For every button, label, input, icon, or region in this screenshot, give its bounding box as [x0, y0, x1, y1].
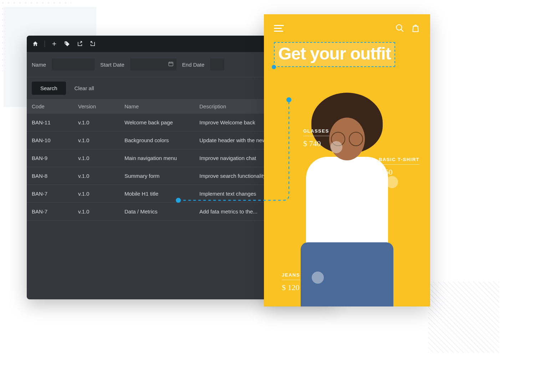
cell-name: Main navigation menu: [124, 155, 199, 161]
tag-price: $ 120: [282, 283, 300, 292]
model-illustration: [283, 93, 411, 306]
cell-version: v.1.0: [78, 191, 124, 197]
name-filter-label: Name: [32, 62, 46, 68]
search-icon[interactable]: [395, 24, 404, 33]
name-filter-input[interactable]: [52, 58, 95, 71]
tag-hotspot-icon: [386, 176, 398, 188]
mobile-headline: Get your outfit: [278, 45, 391, 63]
import-icon[interactable]: [76, 40, 83, 47]
cell-code: BAN-7: [32, 191, 78, 197]
cell-name: Welcome back page: [124, 119, 199, 125]
search-button[interactable]: Search: [32, 82, 66, 95]
decorative-diagonal-lines: [428, 282, 499, 353]
clear-all-button[interactable]: Clear all: [75, 85, 94, 91]
cell-code: BAN-11: [32, 119, 78, 125]
tag-label: BASIC T-SHIRT: [379, 157, 419, 165]
tag-label: JEANS: [282, 272, 300, 280]
tag-hotspot-icon: [330, 141, 342, 153]
toolbar-separator: [45, 41, 45, 47]
cell-name: Mobile H1 title: [124, 191, 199, 197]
end-date-label: End Date: [182, 62, 205, 68]
col-header-name: Name: [124, 103, 199, 109]
product-tag-jeans[interactable]: JEANS $ 120: [282, 272, 300, 292]
tag-price: $ 740: [303, 139, 329, 148]
start-date-input[interactable]: [130, 58, 177, 71]
start-date-label: Start Date: [100, 62, 124, 68]
svg-rect-0: [169, 62, 173, 66]
cell-code: BAN-10: [32, 137, 78, 143]
shopping-bag-icon[interactable]: [411, 24, 420, 33]
col-header-code: Code: [32, 103, 78, 109]
cell-version: v.1.0: [78, 155, 124, 161]
cell-name: Background colors: [124, 137, 199, 143]
selection-handle[interactable]: [272, 65, 276, 69]
cell-version: v.1.0: [78, 173, 124, 179]
svg-point-1: [396, 25, 402, 30]
product-tag-glasses[interactable]: GLASSES $ 740: [303, 128, 329, 148]
cell-code: BAN-7: [32, 208, 78, 215]
tag-price: $ 60: [379, 167, 419, 177]
mobile-header: [264, 14, 430, 36]
cell-version: v.1.0: [78, 208, 124, 215]
col-header-version: Version: [78, 103, 124, 109]
cell-name: Data / Metrics: [124, 208, 199, 215]
end-date-input[interactable]: [210, 58, 224, 71]
cell-code: BAN-8: [32, 173, 78, 179]
cell-version: v.1.0: [78, 137, 124, 143]
mobile-preview: Get your outfit GLASSES $ 740 BASIC T-SH…: [264, 14, 430, 306]
home-icon[interactable]: [32, 40, 39, 47]
tag-label: GLASSES: [303, 128, 329, 136]
export-icon[interactable]: [89, 40, 96, 47]
tag-icon[interactable]: [63, 40, 71, 47]
add-icon[interactable]: [51, 40, 58, 47]
cell-code: BAN-9: [32, 155, 78, 161]
calendar-icon: [168, 61, 174, 68]
headline-selection-box[interactable]: Get your outfit: [274, 42, 395, 67]
cell-name: Summary form: [124, 173, 199, 179]
cell-version: v.1.0: [78, 119, 124, 125]
tag-hotspot-icon: [312, 272, 324, 284]
product-tag-tshirt[interactable]: BASIC T-SHIRT $ 60: [379, 157, 419, 177]
hamburger-menu-icon[interactable]: [274, 25, 284, 32]
